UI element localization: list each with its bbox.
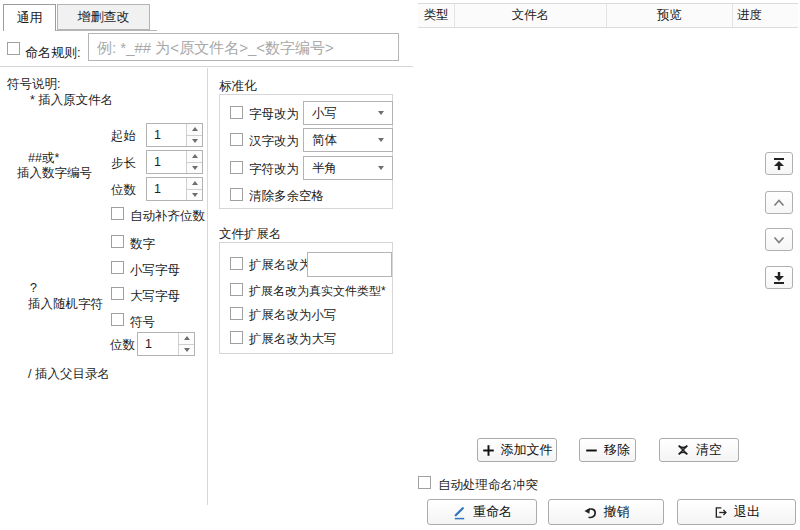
move-up-button[interactable] xyxy=(765,191,793,214)
hanzi-checkbox[interactable] xyxy=(230,133,243,146)
random-digits-label: 位数 xyxy=(110,337,135,354)
char-width-select[interactable]: 半角 xyxy=(303,156,393,180)
exit-button[interactable]: 退出 xyxy=(677,499,796,525)
uppercase-option-checkbox[interactable] xyxy=(111,287,124,300)
spin-up-icon[interactable] xyxy=(187,151,202,163)
pencil-icon xyxy=(452,505,467,520)
letter-case-value: 小写 xyxy=(312,105,337,122)
undo-button[interactable]: 撤销 xyxy=(548,499,664,525)
lowercase-option-label: 小写字母 xyxy=(130,262,180,279)
tab-general[interactable]: 通用 xyxy=(3,4,56,31)
rename-button[interactable]: 重命名 xyxy=(427,499,537,525)
letter-case-checkbox[interactable] xyxy=(230,106,243,119)
file-table-header: 类型 文件名 预览 进度 xyxy=(418,4,798,28)
column-header-preview[interactable]: 预览 xyxy=(607,4,733,27)
number-desc-label: 插入数字编号 xyxy=(17,165,92,182)
undo-label: 撤销 xyxy=(604,503,630,521)
tabstrip-baseline xyxy=(56,30,157,31)
start-spinner-value: 1 xyxy=(147,124,186,146)
rename-tool-window: 通用 增删查改 命名规则: 符号说明: * 插入原文件名 起始 1 ##或* 插… xyxy=(0,0,800,530)
column-header-filename[interactable]: 文件名 xyxy=(455,4,607,27)
rule-checkbox[interactable] xyxy=(7,42,20,55)
extension-change-label: 扩展名改为 xyxy=(249,257,312,274)
lowercase-option-checkbox[interactable] xyxy=(111,261,124,274)
extension-uppercase-label: 扩展名改为大写 xyxy=(249,331,337,348)
divider-horizontal xyxy=(0,66,413,67)
rename-label: 重命名 xyxy=(473,503,512,521)
digits-spinner[interactable]: 1 xyxy=(146,177,203,201)
digits-label: 位数 xyxy=(111,182,136,199)
symbols-title: 符号说明: xyxy=(7,76,60,93)
char-width-value: 半角 xyxy=(312,160,337,177)
remove-button[interactable]: 移除 xyxy=(579,438,636,462)
file-table: 类型 文件名 预览 进度 xyxy=(418,3,798,433)
spin-up-icon[interactable] xyxy=(187,124,202,136)
extension-title: 文件扩展名 xyxy=(219,226,282,243)
insert-parent-label: / 插入父目录名 xyxy=(28,366,110,383)
remove-label: 移除 xyxy=(604,441,630,459)
extension-real-type-label: 扩展名改为真实文件类型* xyxy=(249,283,386,300)
extension-real-type-checkbox[interactable] xyxy=(230,283,243,296)
char-width-label: 字符改为 xyxy=(249,161,299,178)
move-to-bottom-button[interactable] xyxy=(765,266,793,289)
column-header-progress[interactable]: 进度 xyxy=(733,4,798,27)
start-spinner[interactable]: 1 xyxy=(146,123,203,147)
letter-case-label: 字母改为 xyxy=(249,106,299,123)
extension-lowercase-checkbox[interactable] xyxy=(230,307,243,320)
column-header-type[interactable]: 类型 xyxy=(418,4,455,27)
hanzi-value: 简体 xyxy=(312,132,337,149)
random-digits-spinner[interactable]: 1 xyxy=(137,332,195,356)
clear-spaces-checkbox[interactable] xyxy=(230,188,243,201)
move-to-top-button[interactable] xyxy=(765,152,793,175)
clear-button[interactable]: 清空 xyxy=(659,438,739,462)
arrow-to-bottom-icon xyxy=(771,270,787,286)
symbol-option-checkbox[interactable] xyxy=(111,313,124,326)
chevron-down-icon xyxy=(378,166,384,170)
auto-pad-checkbox[interactable] xyxy=(111,207,124,220)
rule-input[interactable] xyxy=(88,33,399,61)
number-option-label: 数字 xyxy=(130,236,155,253)
minus-icon xyxy=(585,444,598,457)
exit-icon xyxy=(713,505,728,520)
uppercase-option-label: 大写字母 xyxy=(130,288,180,305)
extension-lowercase-label: 扩展名改为小写 xyxy=(249,307,337,324)
conflict-label: 自动处理命名冲突 xyxy=(438,477,538,494)
chevron-down-icon xyxy=(378,138,384,142)
letter-case-select[interactable]: 小写 xyxy=(303,101,393,125)
hanzi-label: 汉字改为 xyxy=(249,133,299,150)
chevron-down-icon xyxy=(378,111,384,115)
add-files-label: 添加文件 xyxy=(501,441,553,459)
tab-general-label: 通用 xyxy=(17,9,43,27)
plus-icon xyxy=(482,444,495,457)
conflict-checkbox[interactable] xyxy=(418,476,431,489)
spin-up-icon[interactable] xyxy=(179,333,194,345)
spin-down-icon[interactable] xyxy=(187,190,202,201)
spin-up-icon[interactable] xyxy=(187,178,202,190)
spin-down-icon[interactable] xyxy=(187,136,202,147)
clear-spaces-label: 清除多余空格 xyxy=(249,188,324,205)
extension-change-checkbox[interactable] xyxy=(230,257,243,270)
tab-edit[interactable]: 增删查改 xyxy=(57,4,150,30)
spin-down-icon[interactable] xyxy=(179,345,194,356)
random-symbol-label: ? xyxy=(30,281,37,295)
rule-label: 命名规则: xyxy=(25,44,81,62)
spin-down-icon[interactable] xyxy=(187,163,202,174)
extension-input[interactable] xyxy=(307,252,392,277)
number-option-checkbox[interactable] xyxy=(111,235,124,248)
random-desc-label: 插入随机字符 xyxy=(28,296,103,313)
move-down-button[interactable] xyxy=(765,228,793,251)
char-width-checkbox[interactable] xyxy=(230,161,243,174)
chevron-up-icon xyxy=(771,195,787,211)
arrow-to-top-icon xyxy=(771,156,787,172)
random-digits-spinner-value: 1 xyxy=(138,333,178,355)
digits-spinner-value: 1 xyxy=(147,178,186,200)
add-files-button[interactable]: 添加文件 xyxy=(477,438,557,462)
step-label: 步长 xyxy=(111,155,136,172)
normalize-title: 标准化 xyxy=(219,78,257,95)
hanzi-select[interactable]: 简体 xyxy=(303,128,393,152)
auto-pad-label: 自动补齐位数 xyxy=(130,208,205,225)
file-table-body[interactable] xyxy=(418,28,798,433)
step-spinner[interactable]: 1 xyxy=(146,150,203,174)
extension-uppercase-checkbox[interactable] xyxy=(230,331,243,344)
symbol-option-label: 符号 xyxy=(130,314,155,331)
